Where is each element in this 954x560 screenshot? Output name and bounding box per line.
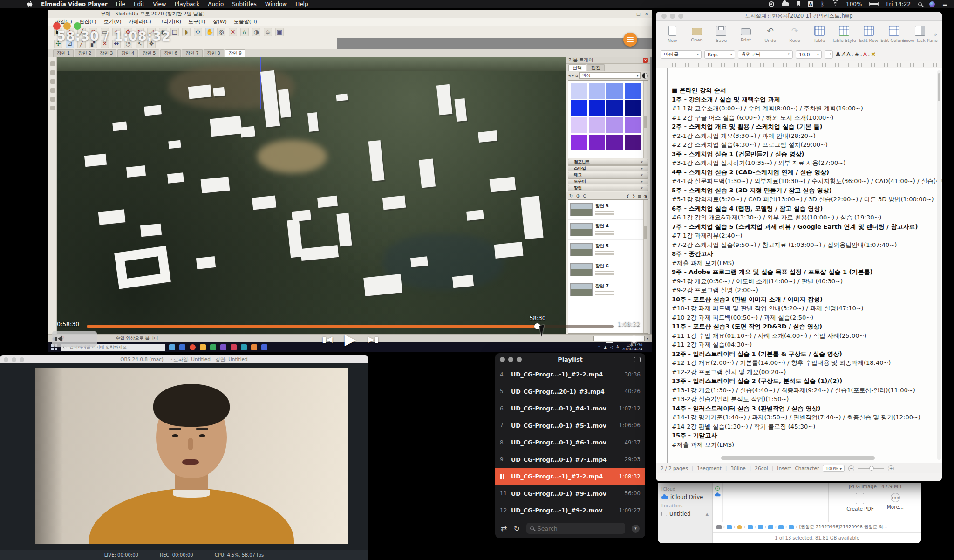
hwp-toolbar-button[interactable]: New bbox=[661, 26, 684, 43]
playlist-row[interactable]: 6 UD_CG-Progr...0-1)_#4-1.mov 1:07:12 bbox=[495, 400, 645, 417]
playlist-row[interactable]: 4 UD_CG-Progr...-1)_#2-2.mp4 30:36 bbox=[495, 366, 645, 383]
color-swatch[interactable] bbox=[606, 100, 623, 116]
shuffle-icon[interactable]: ⇄ bbox=[501, 524, 507, 533]
tray-panel-header[interactable]: 스타일▾ bbox=[568, 165, 648, 171]
seek-bar[interactable]: 58:30 bbox=[87, 325, 614, 328]
sample-paint-icon[interactable] bbox=[642, 73, 648, 79]
sidebar-item-icloud-drive[interactable]: iCloud Drive bbox=[661, 493, 709, 501]
playlist-row[interactable]: 8 UD_CG-Progr...0-1)_#6-1.mov 49:37 bbox=[495, 434, 645, 451]
notification-center-icon[interactable]: ≡ bbox=[942, 1, 947, 7]
playlist-options-icon[interactable]: ▾ bbox=[632, 525, 640, 533]
hwp-horizontal-scrollbar[interactable] bbox=[721, 456, 875, 460]
show-desktop-strip[interactable] bbox=[646, 344, 649, 350]
zoom-out-icon[interactable]: − bbox=[848, 465, 854, 471]
hwp-vertical-scrollbar[interactable] bbox=[937, 70, 941, 460]
scene-list-item[interactable]: 장면 5 bbox=[568, 240, 643, 260]
bluetooth-icon[interactable]: ᛒ bbox=[821, 1, 824, 7]
size-stepper[interactable]: ⇕ bbox=[825, 50, 833, 59]
zoom-dropdown[interactable]: 100% ▾ bbox=[823, 465, 845, 472]
playlist-search-input[interactable] bbox=[537, 525, 602, 533]
taskbar-app-icon[interactable] bbox=[179, 344, 185, 350]
hwp-toolbar-button[interactable]: Table Style bbox=[832, 26, 856, 43]
tray-close-icon[interactable]: ✕ bbox=[643, 58, 648, 63]
scene-tab[interactable]: 장면 4 bbox=[117, 49, 138, 57]
scene-next-icon[interactable]: ❯ bbox=[632, 194, 635, 198]
character-mode-indicator[interactable]: Character bbox=[795, 465, 819, 471]
hwp-toolbar-button[interactable]: Show Task Pane bbox=[907, 26, 933, 43]
cloud-sync-icon[interactable] bbox=[782, 1, 789, 7]
obs-titlebar[interactable]: OBS 24.0.8 (mac) - 프로파일: Untitled - 장면: … bbox=[0, 355, 368, 363]
font-size-dropdown[interactable]: 10.0▾ bbox=[796, 50, 822, 59]
insert-mode-indicator[interactable]: Insert bbox=[777, 465, 791, 471]
hwp-toolbar-button[interactable]: Edit Row bbox=[857, 26, 881, 43]
scene-tab[interactable]: 장면 6 bbox=[160, 49, 181, 57]
playlist-pip-icon[interactable] bbox=[634, 357, 641, 362]
menubar-item[interactable]: Playback bbox=[175, 1, 200, 7]
scene-add-icon[interactable]: ⊕ bbox=[576, 193, 579, 198]
color-swatch[interactable] bbox=[606, 135, 623, 150]
hwp-toolbar-button[interactable]: Save bbox=[709, 26, 733, 43]
highlighter-icon[interactable]: ✚ bbox=[869, 50, 877, 58]
style-dropdown[interactable]: 바탕글▾ bbox=[661, 50, 702, 59]
materials-tab-select[interactable]: 선택 bbox=[568, 64, 586, 71]
input-source-icon[interactable]: A bbox=[808, 1, 813, 7]
zoom-slider-knob[interactable] bbox=[869, 466, 874, 471]
scene-refresh-icon[interactable]: ↻ bbox=[569, 193, 573, 198]
scene-tab[interactable]: 장면 1 bbox=[53, 49, 74, 57]
taskbar-app-icon[interactable] bbox=[220, 344, 226, 350]
apple-menu-icon[interactable] bbox=[27, 1, 33, 7]
menubar-item[interactable]: File bbox=[116, 1, 125, 7]
hwp-titlebar[interactable]: 도시설계표현응용[2020-1]-강의리스트.hwp bbox=[656, 12, 942, 21]
sidebar-item-untitled-volume[interactable]: Untitled ▲ bbox=[661, 510, 709, 518]
scene-tab[interactable]: 장면 2 bbox=[75, 49, 95, 57]
volume-control[interactable] bbox=[52, 331, 97, 347]
tray-network-icon[interactable]: ▲ bbox=[604, 345, 607, 349]
scene-tab[interactable]: 장면 3 bbox=[96, 49, 116, 57]
underline-button[interactable]: A bbox=[846, 51, 851, 58]
tray-panel-header[interactable]: 태그▾ bbox=[568, 172, 648, 178]
playlist-row[interactable]: 7 UD_CG-Progr...0-1)_#5-1.mov 1:06:06 bbox=[495, 417, 645, 435]
tray-volume-icon[interactable]: ◁ bbox=[610, 345, 613, 349]
menubar-item[interactable]: Subtitles bbox=[232, 1, 257, 7]
font-dropdown[interactable]: 휴먼고딕⇕ bbox=[738, 50, 793, 59]
hwp-document[interactable]: ■ 온라인 강의 순서 1주 - 강의소개 / 실습 및 재택수업 과제 #1-… bbox=[656, 68, 942, 463]
more-button[interactable]: ••• More... bbox=[887, 493, 904, 512]
color-swatch[interactable] bbox=[606, 117, 623, 133]
material-category-dropdown[interactable]: 색상▾ bbox=[579, 72, 641, 79]
active-app-name[interactable]: Elmedia Video Player bbox=[41, 1, 108, 7]
playlist-row[interactable]: 12 UD_CG-Progr...-1)_#9-2.mov 1:09:27 bbox=[495, 502, 645, 519]
siri-icon[interactable] bbox=[929, 1, 935, 7]
scene-list-item[interactable]: 장면 4 bbox=[568, 220, 643, 240]
color-swatch[interactable] bbox=[589, 117, 606, 133]
color-swatch[interactable] bbox=[571, 117, 587, 133]
hwp-toolbar-button[interactable]: Print bbox=[734, 27, 758, 42]
materials-tab-edit[interactable]: 편집 bbox=[587, 64, 605, 71]
home-icon[interactable]: ⌂ bbox=[575, 73, 578, 78]
tray-panel-header[interactable]: 장면▾ bbox=[568, 185, 648, 191]
menubar-item[interactable]: Audio bbox=[208, 1, 224, 7]
battery-icon[interactable] bbox=[869, 1, 879, 7]
menubar-clock[interactable]: Fri 14:22 bbox=[886, 1, 911, 7]
wifi-icon[interactable] bbox=[831, 1, 838, 7]
tray-chevron-icon[interactable]: ⌃ bbox=[598, 345, 601, 349]
create-pdf-button[interactable]: Create PDF bbox=[846, 493, 874, 512]
obs-traffic-lights[interactable] bbox=[4, 357, 24, 362]
playlist-traffic-lights[interactable] bbox=[500, 357, 522, 362]
style-star-button[interactable]: ★ bbox=[854, 51, 859, 58]
settings-gear-icon[interactable] bbox=[631, 336, 637, 343]
taskbar-clock[interactable]: 오후 1:30 2020-04-24 bbox=[622, 343, 642, 352]
taskbar-app-icon[interactable] bbox=[241, 344, 247, 350]
zoom-in-icon[interactable]: + bbox=[888, 465, 894, 471]
scene-tab[interactable]: 장면 9 bbox=[225, 49, 245, 57]
previous-track-button[interactable]: ▮◀ bbox=[322, 335, 332, 344]
scene-view-icon[interactable]: ▦ bbox=[638, 194, 641, 198]
color-swatch[interactable] bbox=[625, 100, 641, 116]
hwp-toolbar-button[interactable]: Table bbox=[807, 26, 831, 43]
taskbar-app-icon[interactable] bbox=[190, 344, 196, 350]
color-swatch[interactable] bbox=[571, 100, 587, 116]
bold-button[interactable]: A bbox=[836, 51, 840, 58]
color-swatch[interactable] bbox=[606, 83, 623, 99]
hwp-toolbar-button[interactable]: ↷ Redo bbox=[783, 26, 807, 43]
back-arrow-icon[interactable]: ◂ bbox=[568, 73, 571, 78]
spotlight-icon[interactable] bbox=[918, 1, 922, 7]
